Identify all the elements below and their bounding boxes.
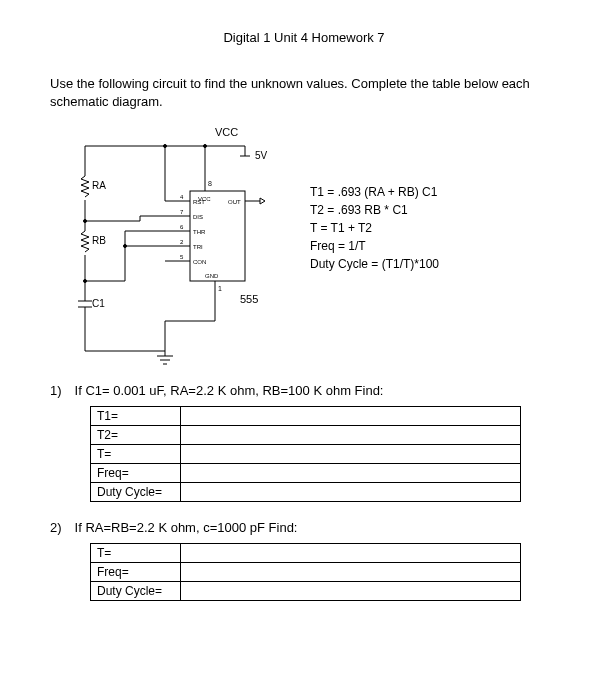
vcc-value: 5V bbox=[255, 150, 268, 161]
svg-text:OUT: OUT bbox=[228, 199, 241, 205]
table-row: T= bbox=[91, 544, 521, 563]
svg-text:7: 7 bbox=[180, 209, 184, 215]
svg-point-60 bbox=[164, 145, 167, 148]
row-label: T2= bbox=[91, 426, 181, 445]
row-label: Freq= bbox=[91, 464, 181, 483]
svg-text:4: 4 bbox=[180, 194, 184, 200]
question-1-prompt: 1) If C1= 0.001 uF, RA=2.2 K ohm, RB=100… bbox=[50, 383, 558, 398]
formula-t2: T2 = .693 RB * C1 bbox=[310, 201, 439, 219]
svg-text:CON: CON bbox=[193, 259, 206, 265]
svg-point-58 bbox=[84, 280, 87, 283]
row-label: Duty Cycle= bbox=[91, 582, 181, 601]
svg-text:GND: GND bbox=[205, 273, 219, 279]
svg-point-59 bbox=[124, 245, 127, 248]
row-value bbox=[181, 544, 521, 563]
rb-label: RB bbox=[92, 235, 106, 246]
row-value bbox=[181, 445, 521, 464]
question-2-table: T= Freq= Duty Cycle= bbox=[90, 543, 521, 601]
svg-line-28 bbox=[260, 201, 265, 204]
table-row: Duty Cycle= bbox=[91, 582, 521, 601]
formula-duty: Duty Cycle = (T1/T)*100 bbox=[310, 255, 439, 273]
table-row: T= bbox=[91, 445, 521, 464]
row-value bbox=[181, 483, 521, 502]
table-row: Duty Cycle= bbox=[91, 483, 521, 502]
formula-t1: T1 = .693 (RA + RB) C1 bbox=[310, 183, 439, 201]
instructions-text: Use the following circuit to find the un… bbox=[50, 75, 558, 111]
row-label: T= bbox=[91, 445, 181, 464]
svg-text:1: 1 bbox=[218, 285, 222, 292]
row-label: T1= bbox=[91, 407, 181, 426]
c1-label: C1 bbox=[92, 298, 105, 309]
svg-text:RST: RST bbox=[193, 199, 205, 205]
svg-text:DIS: DIS bbox=[193, 214, 203, 220]
chip-label: 555 bbox=[240, 293, 258, 305]
formula-t: T = T1 + T2 bbox=[310, 219, 439, 237]
svg-text:8: 8 bbox=[208, 180, 212, 187]
svg-text:THR: THR bbox=[193, 229, 206, 235]
ra-label: RA bbox=[92, 180, 106, 191]
formulas-block: T1 = .693 (RA + RB) C1 T2 = .693 RB * C1… bbox=[310, 183, 439, 273]
row-value bbox=[181, 582, 521, 601]
table-row: Freq= bbox=[91, 464, 521, 483]
row-value bbox=[181, 426, 521, 445]
svg-text:TRI: TRI bbox=[193, 244, 203, 250]
vcc-label: VCC bbox=[215, 126, 238, 138]
question-1-table: T1= T2= T= Freq= Duty Cycle= bbox=[90, 406, 521, 502]
svg-text:2: 2 bbox=[180, 239, 184, 245]
svg-line-27 bbox=[260, 198, 265, 201]
page-title: Digital 1 Unit 4 Homework 7 bbox=[50, 30, 558, 45]
svg-point-61 bbox=[204, 145, 207, 148]
formula-freq: Freq = 1/T bbox=[310, 237, 439, 255]
row-value bbox=[181, 407, 521, 426]
table-row: Freq= bbox=[91, 563, 521, 582]
circuit-diagram: VCC 5V RA RB C1 bbox=[50, 121, 558, 371]
row-label: T= bbox=[91, 544, 181, 563]
row-value bbox=[181, 464, 521, 483]
row-value bbox=[181, 563, 521, 582]
table-row: T2= bbox=[91, 426, 521, 445]
svg-point-57 bbox=[84, 220, 87, 223]
row-label: Duty Cycle= bbox=[91, 483, 181, 502]
question-2-prompt: 2) If RA=RB=2.2 K ohm, c=1000 pF Find: bbox=[50, 520, 558, 535]
svg-text:6: 6 bbox=[180, 224, 184, 230]
svg-text:5: 5 bbox=[180, 254, 184, 260]
table-row: T1= bbox=[91, 407, 521, 426]
row-label: Freq= bbox=[91, 563, 181, 582]
circuit-schematic: VCC 5V RA RB C1 bbox=[50, 121, 310, 371]
